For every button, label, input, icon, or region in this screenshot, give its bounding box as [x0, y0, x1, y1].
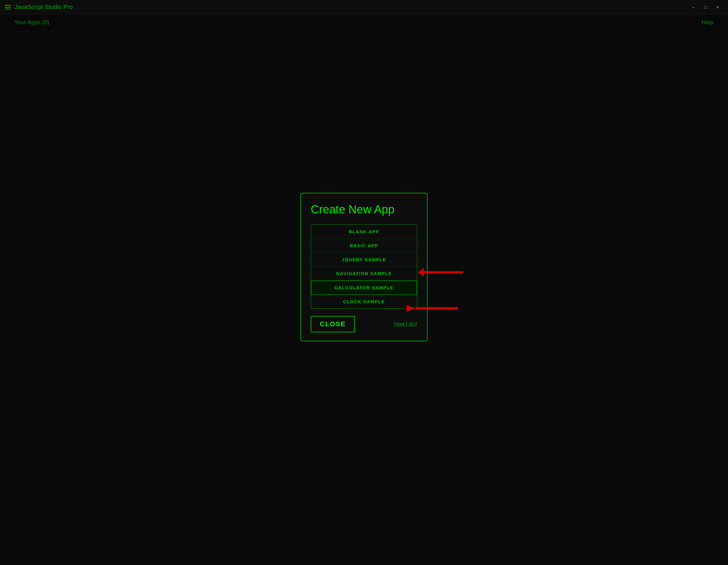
option-btn-calculator-sample[interactable]: CALCULATOR SAMPLE	[311, 281, 417, 295]
window-close-button[interactable]: ×	[712, 3, 723, 12]
dialog-footer: CLOSE How I do?	[311, 316, 417, 332]
hamburger-menu-icon[interactable]	[5, 5, 11, 9]
title-bar: JavaScript Studio Pro − □ ×	[0, 0, 728, 15]
how-i-do-link[interactable]: How I do?	[394, 321, 417, 327]
nav-your-apps[interactable]: Your Apps (0)	[15, 19, 49, 26]
options-list[interactable]: BLANK APPBASIC APPJQUERY SAMPLENAVIGATIO…	[311, 225, 417, 309]
hamburger-line-1	[5, 5, 11, 6]
title-bar-controls: − □ ×	[688, 3, 723, 12]
dialog-title: Create New App	[311, 203, 417, 216]
nav-bar: Your Apps (0) Help	[0, 15, 728, 31]
red-arrow-svg	[406, 301, 461, 316]
option-btn-jquery-sample[interactable]: JQUERY SAMPLE	[311, 253, 417, 267]
create-new-app-dialog: Create New App BLANK APPBASIC APPJQUERY …	[300, 193, 428, 341]
option-btn-clock-sample[interactable]: CLOCK SAMPLE	[311, 295, 417, 308]
minimize-button[interactable]: −	[688, 3, 699, 12]
option-btn-navigation-sample[interactable]: NAVIGATION SAMPLE	[311, 267, 417, 281]
arrow-annotation	[418, 265, 466, 281]
hamburger-line-2	[5, 7, 11, 8]
app-title: JavaScript Studio Pro	[15, 4, 73, 11]
option-btn-blank-app[interactable]: BLANK APP	[311, 225, 417, 239]
nav-help[interactable]: Help	[702, 19, 713, 26]
hamburger-line-3	[5, 9, 11, 9]
restore-button[interactable]: □	[700, 3, 711, 12]
option-btn-basic-app[interactable]: BASIC APP	[311, 239, 417, 253]
main-content: Create New App BLANK APPBASIC APPJQUERY …	[0, 31, 728, 564]
title-bar-left: JavaScript Studio Pro	[5, 4, 73, 11]
close-dialog-button[interactable]: CLOSE	[311, 316, 355, 332]
